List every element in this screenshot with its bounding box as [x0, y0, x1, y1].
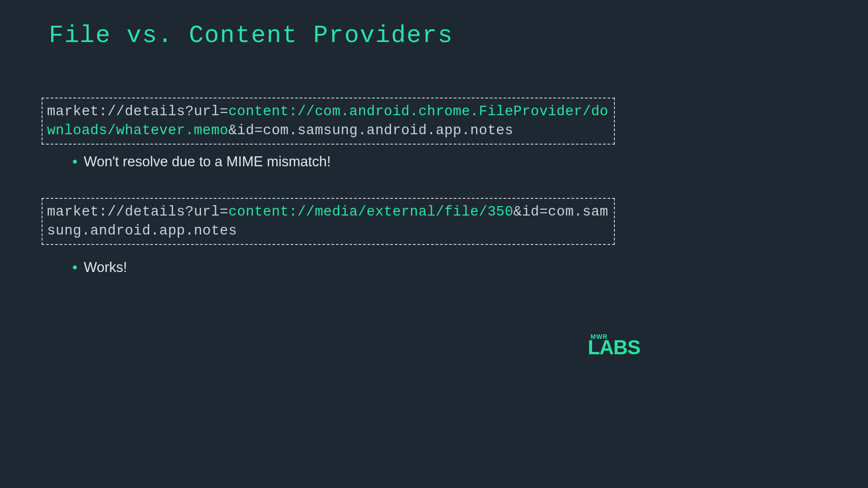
code-highlight-2: content://media/external/file/350	[228, 204, 513, 220]
bullet-dot-icon: •	[72, 259, 77, 275]
code-example-1: market://details?url=content://com.andro…	[42, 98, 615, 145]
code-suffix-1: &id=com.samsung.android.app.notes	[228, 122, 513, 138]
mwr-labs-logo: MWR LABS	[588, 333, 640, 357]
bullet-text-1: Won't resolve due to a MIME mismatch!	[84, 154, 330, 170]
code-prefix-2: market://details?url=	[47, 204, 228, 220]
bullet-dot-icon: •	[72, 154, 77, 169]
bullet-item-1: • Won't resolve due to a MIME mismatch!	[72, 154, 331, 170]
slide-title: File vs. Content Providers	[49, 22, 453, 49]
code-prefix-1: market://details?url=	[47, 103, 228, 119]
code-example-2: market://details?url=content://media/ext…	[42, 198, 615, 245]
bullet-item-2: • Works!	[72, 259, 127, 276]
logo-labs-text: LABS	[588, 338, 640, 357]
bullet-text-2: Works!	[84, 259, 127, 276]
